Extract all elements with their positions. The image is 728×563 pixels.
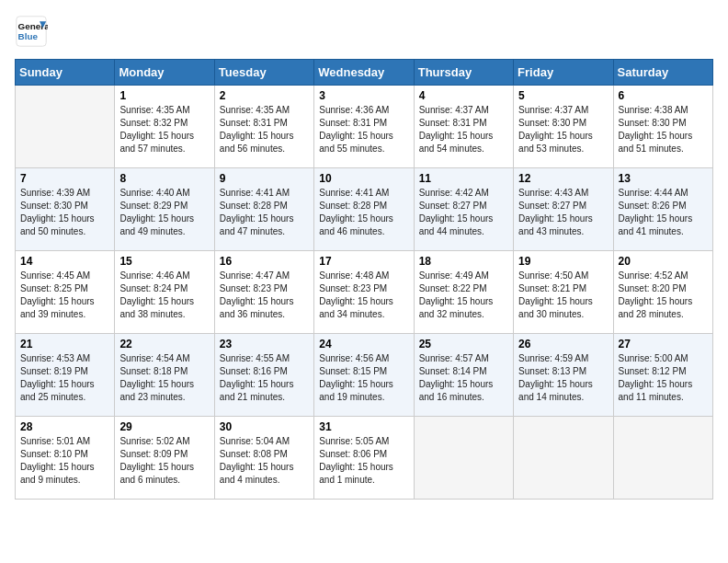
- day-info: Sunrise: 4:40 AMSunset: 8:29 PMDaylight:…: [119, 187, 209, 238]
- calendar-cell: 29Sunrise: 5:02 AMSunset: 8:09 PMDayligh…: [115, 417, 214, 500]
- calendar-cell: 17Sunrise: 4:48 AMSunset: 8:23 PMDayligh…: [314, 251, 414, 334]
- calendar-cell: 13Sunrise: 4:44 AMSunset: 8:26 PMDayligh…: [613, 168, 712, 251]
- day-info: Sunrise: 5:01 AMSunset: 8:10 PMDaylight:…: [20, 435, 109, 487]
- day-info: Sunrise: 4:52 AMSunset: 8:20 PMDaylight:…: [619, 270, 708, 321]
- calendar-cell: 18Sunrise: 4:49 AMSunset: 8:22 PMDayligh…: [414, 251, 513, 334]
- day-number: 4: [419, 89, 508, 102]
- day-info: Sunrise: 4:43 AMSunset: 8:27 PMDaylight:…: [518, 187, 608, 238]
- calendar-cell: 7Sunrise: 4:39 AMSunset: 8:30 PMDaylight…: [16, 168, 115, 251]
- day-info: Sunrise: 4:54 AMSunset: 8:18 PMDaylight:…: [119, 352, 209, 404]
- calendar-week-1: 1Sunrise: 4:35 AMSunset: 8:32 PMDaylight…: [16, 86, 713, 168]
- day-info: Sunrise: 4:45 AMSunset: 8:25 PMDaylight:…: [20, 270, 109, 321]
- day-info: Sunrise: 4:35 AMSunset: 8:31 PMDaylight:…: [220, 104, 309, 155]
- calendar-cell: 3Sunrise: 4:36 AMSunset: 8:31 PMDaylight…: [314, 86, 414, 168]
- day-info: Sunrise: 4:55 AMSunset: 8:16 PMDaylight:…: [220, 352, 309, 404]
- column-header-sunday: Sunday: [16, 60, 115, 86]
- day-number: 5: [518, 89, 608, 102]
- day-info: Sunrise: 4:59 AMSunset: 8:13 PMDaylight:…: [518, 352, 608, 404]
- day-number: 30: [220, 420, 309, 433]
- day-number: 16: [220, 255, 309, 268]
- day-number: 14: [20, 255, 109, 268]
- day-info: Sunrise: 4:46 AMSunset: 8:24 PMDaylight:…: [119, 270, 209, 321]
- calendar-week-5: 28Sunrise: 5:01 AMSunset: 8:10 PMDayligh…: [16, 417, 713, 500]
- day-info: Sunrise: 4:38 AMSunset: 8:30 PMDaylight:…: [619, 104, 708, 155]
- day-number: 22: [119, 338, 209, 350]
- day-number: 9: [220, 172, 309, 185]
- calendar-cell: 20Sunrise: 4:52 AMSunset: 8:20 PMDayligh…: [613, 251, 712, 334]
- calendar-cell: 5Sunrise: 4:37 AMSunset: 8:30 PMDaylight…: [514, 86, 613, 168]
- day-number: 19: [518, 255, 608, 268]
- calendar-cell: 31Sunrise: 5:05 AMSunset: 8:06 PMDayligh…: [314, 417, 414, 500]
- day-info: Sunrise: 5:05 AMSunset: 8:06 PMDaylight:…: [319, 435, 408, 487]
- column-header-wednesday: Wednesday: [314, 60, 414, 86]
- calendar-week-2: 7Sunrise: 4:39 AMSunset: 8:30 PMDaylight…: [16, 168, 713, 251]
- day-info: Sunrise: 4:50 AMSunset: 8:21 PMDaylight:…: [518, 270, 608, 321]
- day-number: 26: [518, 338, 608, 350]
- day-number: 7: [20, 172, 109, 185]
- calendar-cell: 26Sunrise: 4:59 AMSunset: 8:13 PMDayligh…: [514, 334, 613, 417]
- day-info: Sunrise: 4:39 AMSunset: 8:30 PMDaylight:…: [20, 187, 109, 238]
- day-number: 31: [319, 420, 408, 433]
- day-info: Sunrise: 5:04 AMSunset: 8:08 PMDaylight:…: [220, 435, 309, 487]
- calendar-cell: 24Sunrise: 4:56 AMSunset: 8:15 PMDayligh…: [314, 334, 414, 417]
- calendar-cell: 4Sunrise: 4:37 AMSunset: 8:31 PMDaylight…: [414, 86, 513, 168]
- calendar-cell: 15Sunrise: 4:46 AMSunset: 8:24 PMDayligh…: [115, 251, 214, 334]
- day-number: 12: [518, 172, 608, 185]
- calendar-table: SundayMondayTuesdayWednesdayThursdayFrid…: [15, 59, 713, 500]
- calendar-cell: 11Sunrise: 4:42 AMSunset: 8:27 PMDayligh…: [414, 168, 513, 251]
- day-number: 10: [319, 172, 408, 185]
- day-info: Sunrise: 4:36 AMSunset: 8:31 PMDaylight:…: [319, 104, 408, 155]
- calendar-cell: [514, 417, 613, 500]
- calendar-cell: 27Sunrise: 5:00 AMSunset: 8:12 PMDayligh…: [613, 334, 712, 417]
- day-number: 28: [20, 420, 109, 433]
- day-number: 15: [119, 255, 209, 268]
- calendar-cell: [414, 417, 513, 500]
- svg-text:Blue: Blue: [18, 31, 39, 41]
- column-header-friday: Friday: [514, 60, 613, 86]
- day-number: 29: [119, 420, 209, 433]
- day-number: 13: [619, 172, 708, 185]
- day-number: 23: [220, 338, 309, 350]
- calendar-cell: 22Sunrise: 4:54 AMSunset: 8:18 PMDayligh…: [115, 334, 214, 417]
- calendar-cell: 9Sunrise: 4:41 AMSunset: 8:28 PMDaylight…: [214, 168, 313, 251]
- calendar-week-3: 14Sunrise: 4:45 AMSunset: 8:25 PMDayligh…: [16, 251, 713, 334]
- day-info: Sunrise: 4:35 AMSunset: 8:32 PMDaylight:…: [119, 104, 209, 155]
- calendar-cell: 2Sunrise: 4:35 AMSunset: 8:31 PMDaylight…: [214, 86, 313, 168]
- calendar-cell: 1Sunrise: 4:35 AMSunset: 8:32 PMDaylight…: [115, 86, 214, 168]
- day-info: Sunrise: 4:41 AMSunset: 8:28 PMDaylight:…: [220, 187, 309, 238]
- day-info: Sunrise: 4:37 AMSunset: 8:31 PMDaylight:…: [419, 104, 508, 155]
- day-number: 25: [419, 338, 508, 350]
- day-info: Sunrise: 4:47 AMSunset: 8:23 PMDaylight:…: [220, 270, 309, 321]
- calendar-cell: 12Sunrise: 4:43 AMSunset: 8:27 PMDayligh…: [514, 168, 613, 251]
- logo-icon: General Blue: [15, 15, 48, 48]
- day-number: 11: [419, 172, 508, 185]
- day-number: 18: [419, 255, 508, 268]
- day-info: Sunrise: 4:57 AMSunset: 8:14 PMDaylight:…: [419, 352, 508, 404]
- calendar-cell: 19Sunrise: 4:50 AMSunset: 8:21 PMDayligh…: [514, 251, 613, 334]
- calendar-cell: 23Sunrise: 4:55 AMSunset: 8:16 PMDayligh…: [214, 334, 313, 417]
- calendar-cell: 28Sunrise: 5:01 AMSunset: 8:10 PMDayligh…: [16, 417, 115, 500]
- page-header: General Blue: [15, 15, 713, 48]
- calendar-cell: 25Sunrise: 4:57 AMSunset: 8:14 PMDayligh…: [414, 334, 513, 417]
- calendar-header-row: SundayMondayTuesdayWednesdayThursdayFrid…: [16, 60, 713, 86]
- calendar-cell: 14Sunrise: 4:45 AMSunset: 8:25 PMDayligh…: [16, 251, 115, 334]
- day-number: 3: [319, 89, 408, 102]
- day-info: Sunrise: 5:00 AMSunset: 8:12 PMDaylight:…: [619, 352, 708, 404]
- day-number: 20: [619, 255, 708, 268]
- column-header-saturday: Saturday: [613, 60, 712, 86]
- day-info: Sunrise: 4:37 AMSunset: 8:30 PMDaylight:…: [518, 104, 608, 155]
- day-number: 8: [119, 172, 209, 185]
- day-number: 1: [119, 89, 209, 102]
- day-info: Sunrise: 4:42 AMSunset: 8:27 PMDaylight:…: [419, 187, 508, 238]
- day-info: Sunrise: 4:56 AMSunset: 8:15 PMDaylight:…: [319, 352, 408, 404]
- day-number: 24: [319, 338, 408, 350]
- day-number: 17: [319, 255, 408, 268]
- calendar-cell: [613, 417, 712, 500]
- calendar-cell: [16, 86, 115, 168]
- day-number: 21: [20, 338, 109, 350]
- day-number: 27: [619, 338, 708, 350]
- calendar-cell: 8Sunrise: 4:40 AMSunset: 8:29 PMDaylight…: [115, 168, 214, 251]
- calendar-cell: 21Sunrise: 4:53 AMSunset: 8:19 PMDayligh…: [16, 334, 115, 417]
- day-info: Sunrise: 4:49 AMSunset: 8:22 PMDaylight:…: [419, 270, 508, 321]
- logo: General Blue: [15, 15, 51, 48]
